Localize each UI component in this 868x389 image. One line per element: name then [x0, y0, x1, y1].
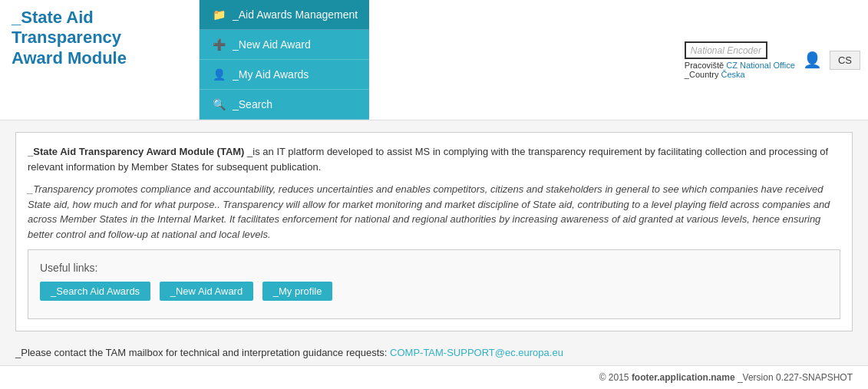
navigation-menu: _Aid Awards Management _New Aid Award _M… — [200, 0, 369, 120]
intro-box: _State Aid Transparency Award Module (TA… — [15, 132, 853, 331]
intro-text: _State Aid Transparency Award Module (TA… — [28, 144, 840, 242]
intro-paragraph-2: _Transparency promotes compliance and ac… — [28, 182, 840, 242]
footer-copyright: © 2015 — [599, 372, 629, 383]
nav-item-aid-awards-management[interactable]: _Aid Awards Management — [200, 0, 369, 30]
user-area: National Encoder Pracoviště CZ National … — [677, 0, 868, 120]
pracovisteLabel: Pracoviště — [685, 61, 724, 70]
plus-icon — [211, 38, 226, 51]
logo-line1: _State Aid — [12, 8, 94, 27]
app-title: _State Aid Transparency Award Module — [12, 8, 187, 68]
footer-app-name: footer.application.name — [632, 372, 735, 383]
logo-line3: Award Module — [12, 48, 127, 68]
user-details: Pracoviště CZ National Office _Country Č… — [685, 61, 795, 79]
useful-links-title: Useful links: — [40, 262, 828, 274]
nav-label-new-aid-award: _New Aid Award — [233, 38, 311, 51]
contact-email-link[interactable]: COMP-TAM-SUPPORT@ec.europa.eu — [390, 347, 563, 358]
countryLabel: _Country — [685, 70, 719, 79]
contact-text-label: _Please contact the TAM mailbox for tech… — [15, 347, 387, 358]
folder-icon — [211, 8, 226, 21]
nav-label-aid-awards-management: _Aid Awards Management — [233, 8, 358, 21]
header: _State Aid Transparency Award Module _Ai… — [0, 0, 868, 120]
intro-paragraph-1: _State Aid Transparency Award Module (TA… — [28, 144, 840, 174]
username-placeholder: National Encoder — [691, 45, 761, 56]
search-aid-awards-button[interactable]: _Search Aid Awards — [40, 282, 150, 301]
footer: © 2015 footer.application.name _Version … — [0, 365, 868, 389]
nav-item-search[interactable]: _Search — [200, 90, 369, 120]
user-info-block: National Encoder Pracoviště CZ National … — [685, 41, 795, 79]
nav-item-new-aid-award[interactable]: _New Aid Award — [200, 30, 369, 60]
contact-text: _Please contact the TAM mailbox for tech… — [15, 339, 853, 362]
nav-label-my-aid-awards: _My Aid Awards — [233, 68, 309, 81]
useful-links-box: Useful links: _Search Aid Awards _New Ai… — [28, 249, 840, 319]
new-aid-award-button[interactable]: _New Aid Award — [160, 282, 253, 301]
nav-item-my-aid-awards[interactable]: _My Aid Awards — [200, 60, 369, 90]
user-profile-icon-button[interactable]: 👤 — [803, 51, 822, 69]
user-icon — [211, 68, 226, 81]
countryValue: Česka — [721, 70, 745, 79]
main-content: _State Aid Transparency Award Module (TA… — [0, 120, 868, 374]
my-profile-button[interactable]: _My profile — [262, 282, 333, 301]
logo-area: _State Aid Transparency Award Module — [0, 0, 200, 120]
logo-line2: Transparency — [12, 28, 121, 47]
nav-label-search: _Search — [233, 98, 272, 110]
pracovisteValue: CZ National Office — [726, 61, 795, 70]
username-input-wrap: National Encoder — [685, 41, 767, 59]
language-cs-button[interactable]: CS — [830, 51, 860, 70]
search-icon — [211, 97, 226, 111]
footer-version: _Version 0.227-SNAPSHOT — [738, 372, 853, 383]
intro-bold: _State Aid Transparency Award Module (TA… — [28, 146, 244, 157]
